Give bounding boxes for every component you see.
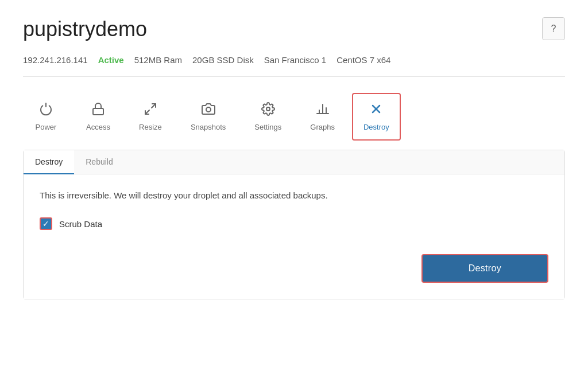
tab-rebuild[interactable]: Rebuild xyxy=(74,150,124,174)
nav-item-access[interactable]: Access xyxy=(75,93,122,141)
bar-chart-icon xyxy=(316,102,330,118)
server-disk: 20GB SSD Disk xyxy=(192,55,254,65)
server-region: San Francisco 1 xyxy=(264,55,326,65)
nav-item-destroy[interactable]: Destroy xyxy=(352,93,401,141)
nav-label-graphs: Graphs xyxy=(310,123,335,131)
page-header: pupistrydemo ? xyxy=(23,17,565,41)
nav-label-access: Access xyxy=(86,123,110,131)
lock-icon xyxy=(91,102,105,118)
server-status: Active xyxy=(98,55,124,65)
svg-line-1 xyxy=(152,104,156,108)
server-os: CentOS 7 x64 xyxy=(336,55,390,65)
checkmark-icon: ✓ xyxy=(42,220,49,228)
tabs-header: Destroy Rebuild xyxy=(24,150,564,174)
resize-icon xyxy=(144,102,157,118)
tab-content-destroy: This is irreversible. We will destroy yo… xyxy=(24,174,564,299)
action-row: Destroy xyxy=(40,254,548,283)
nav-label-resize: Resize xyxy=(139,123,162,131)
nav-label-settings: Settings xyxy=(254,123,281,131)
nav-item-power[interactable]: Power xyxy=(23,93,69,141)
svg-point-4 xyxy=(266,107,270,111)
camera-icon xyxy=(202,102,215,118)
scrub-data-label: Scrub Data xyxy=(59,219,102,229)
destroy-button[interactable]: Destroy xyxy=(421,254,548,283)
tabs-container: Destroy Rebuild This is irreversible. We… xyxy=(23,150,565,299)
x-icon xyxy=(369,102,383,118)
svg-line-2 xyxy=(145,110,149,114)
server-ip: 192.241.216.141 xyxy=(23,55,88,65)
help-button[interactable]: ? xyxy=(542,17,565,40)
tab-destroy[interactable]: Destroy xyxy=(24,150,74,174)
server-info-bar: 192.241.216.141 Active 512MB Ram 20GB SS… xyxy=(23,55,565,77)
power-icon xyxy=(39,102,53,118)
page-title: pupistrydemo xyxy=(23,17,147,41)
svg-point-3 xyxy=(206,107,211,112)
gear-icon xyxy=(261,102,275,118)
scrub-data-row: ✓ Scrub Data xyxy=(40,214,548,233)
svg-rect-0 xyxy=(93,108,103,115)
warning-text: This is irreversible. We will destroy yo… xyxy=(40,190,548,200)
navigation-bar: Power Access Resize xyxy=(23,93,565,141)
scrub-data-checkbox[interactable]: ✓ xyxy=(40,217,52,230)
nav-item-graphs[interactable]: Graphs xyxy=(299,93,346,141)
nav-label-snapshots: Snapshots xyxy=(191,123,226,131)
nav-item-snapshots[interactable]: Snapshots xyxy=(179,93,237,141)
nav-item-settings[interactable]: Settings xyxy=(243,93,293,141)
server-ram: 512MB Ram xyxy=(134,55,182,65)
nav-label-power: Power xyxy=(36,123,57,131)
nav-label-destroy: Destroy xyxy=(363,123,389,131)
nav-item-resize[interactable]: Resize xyxy=(127,93,173,141)
